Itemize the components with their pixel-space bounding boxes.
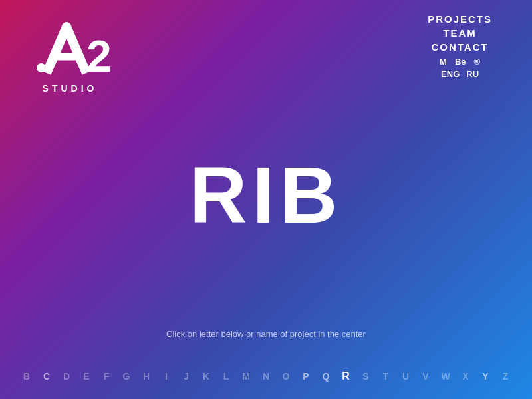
alpha-letter-o[interactable]: O [276, 371, 296, 382]
svg-point-1 [37, 63, 46, 72]
social-be[interactable]: Bē [455, 57, 466, 66]
social-m[interactable]: M [440, 57, 447, 66]
nav-projects[interactable]: PROJECTS [428, 13, 492, 25]
alpha-letter-x[interactable]: X [456, 371, 475, 382]
alpha-letter-r[interactable]: R [336, 370, 356, 382]
lang-eng[interactable]: ENG [441, 69, 460, 79]
logo-studio-label: STUDIO [43, 83, 98, 94]
alpha-letter-l[interactable]: L [216, 371, 236, 382]
alpha-letter-y[interactable]: Y [475, 371, 495, 382]
nav-social: M Bē ® [440, 57, 480, 66]
alpha-letter-v[interactable]: V [416, 371, 436, 382]
alpha-letter-p[interactable]: P [296, 371, 316, 382]
main-title[interactable]: RIB [190, 149, 343, 241]
alpha-letter-q[interactable]: Q [316, 371, 336, 382]
alpha-letter-k[interactable]: K [196, 371, 216, 382]
alpha-letter-m[interactable]: M [236, 371, 256, 382]
logo-svg: 2 [27, 13, 113, 86]
svg-text:2: 2 [86, 31, 112, 81]
logo[interactable]: 2 STUDIO [27, 13, 113, 94]
alphabet-bar: BCDEFGHIJKLMNOPQRSTUVWXYZ [0, 370, 532, 382]
alpha-letter-w[interactable]: W [436, 371, 456, 382]
alpha-letter-b[interactable]: B [17, 371, 37, 382]
alpha-letter-i[interactable]: I [156, 371, 176, 382]
alpha-letter-t[interactable]: T [376, 371, 396, 382]
alpha-letter-d[interactable]: D [57, 371, 76, 382]
instruction-text: Click on letter below or name of project… [166, 329, 366, 339]
alpha-letter-e[interactable]: E [76, 371, 96, 382]
alpha-letter-z[interactable]: Z [495, 371, 515, 382]
nav-language: ENG RU [441, 69, 479, 79]
alpha-letter-u[interactable]: U [396, 371, 416, 382]
alpha-letter-f[interactable]: F [96, 371, 116, 382]
alpha-letter-h[interactable]: H [136, 371, 156, 382]
alpha-letter-g[interactable]: G [116, 371, 136, 382]
alpha-letter-n[interactable]: N [256, 371, 276, 382]
nav-team[interactable]: TEAM [443, 27, 477, 39]
nav-contact[interactable]: CONTACT [431, 41, 488, 53]
alpha-letter-j[interactable]: J [176, 371, 196, 382]
social-r[interactable]: ® [474, 57, 481, 66]
lang-ru[interactable]: RU [466, 69, 479, 79]
main-nav: PROJECTS TEAM CONTACT M Bē ® ENG RU [428, 13, 492, 79]
alpha-letter-s[interactable]: S [356, 371, 376, 382]
alpha-letter-c[interactable]: C [37, 371, 57, 382]
